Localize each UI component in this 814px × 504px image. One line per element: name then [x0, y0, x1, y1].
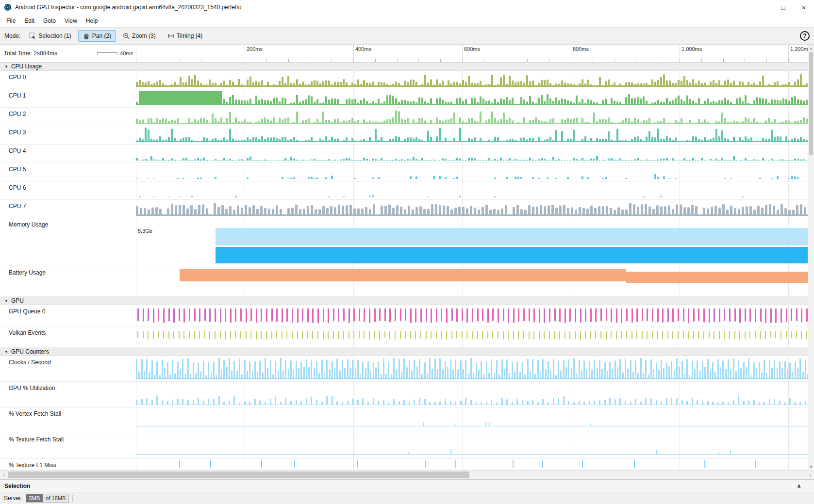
track-canvas[interactable]: [136, 163, 808, 180]
section-header-gpu[interactable]: ▼GPU: [0, 297, 808, 305]
menu-view[interactable]: View: [60, 17, 82, 24]
maximize-button[interactable]: □: [773, 0, 794, 15]
ruler-minor-tick: [223, 59, 223, 62]
horizontal-scroll-thumb[interactable]: [8, 471, 469, 478]
pan-mode-button[interactable]: Pan (2): [78, 30, 116, 42]
menubar: File Edit Goto View Help: [0, 15, 814, 27]
track-chart-vertex-fetch-stall[interactable]: [136, 407, 808, 432]
section-header-gpu-counters[interactable]: ▼GPU Counters: [0, 348, 808, 356]
track-canvas[interactable]: [136, 382, 808, 406]
track-canvas[interactable]: [136, 89, 808, 107]
statusbar: Server: 5MB of 18MB: [0, 492, 814, 504]
ruler-minor-tick: [506, 59, 506, 62]
track-chart-gpu-queue-0[interactable]: [136, 305, 808, 325]
section-label: GPU: [11, 297, 24, 304]
track-canvas[interactable]: [136, 126, 808, 144]
track-label: CPU 6: [0, 181, 136, 199]
track-canvas[interactable]: [136, 218, 808, 265]
ruler-minor-tick: [180, 59, 180, 62]
track-canvas[interactable]: [136, 145, 808, 162]
app-icon: [4, 3, 12, 11]
menu-file[interactable]: File: [2, 17, 20, 24]
menu-edit[interactable]: Edit: [20, 17, 39, 24]
vertical-scrollbar[interactable]: ▲ ▼: [808, 45, 814, 470]
track-canvas[interactable]: [136, 200, 808, 217]
scroll-right-icon[interactable]: ›: [806, 471, 814, 479]
timing-mode-label: Timing (4): [177, 33, 203, 39]
ruler-minor-tick: [593, 59, 593, 62]
horizontal-scrollbar[interactable]: ‹ ›: [0, 470, 814, 479]
track-label: Clocks / Second: [0, 356, 136, 381]
track-row-cpu-0: CPU 0: [0, 71, 808, 89]
ruler-minor-tick: [527, 59, 528, 62]
track-canvas[interactable]: [136, 326, 808, 347]
track-chart-cpu-4[interactable]: [136, 145, 808, 162]
track-chart-cpu-2[interactable]: [136, 108, 808, 125]
track-chart-memory-usage[interactable]: 5.3Gb: [136, 218, 808, 265]
section-header-cpu-usage[interactable]: ▼CPU Usage: [0, 63, 808, 71]
track-canvas[interactable]: [136, 71, 808, 88]
track-label: CPU 2: [0, 108, 136, 126]
track-chart-vulkan-events[interactable]: [136, 326, 808, 347]
timeline-ruler[interactable]: Total Time: 2s084ms 40ms 200ms400ms600ms…: [0, 45, 808, 63]
track-chart-battery-usage[interactable]: [136, 266, 808, 296]
section-label: CPU Usage: [11, 63, 42, 70]
track-canvas[interactable]: [136, 356, 808, 381]
track-chart-clocks-second[interactable]: [136, 356, 808, 381]
scroll-down-icon[interactable]: ▼: [808, 463, 814, 470]
collapse-triangle-icon[interactable]: ▼: [4, 299, 8, 303]
ruler-minor-tick: [788, 59, 789, 62]
vertical-scroll-thumb[interactable]: [809, 52, 813, 155]
chevron-up-icon[interactable]: ∧: [797, 483, 801, 489]
ruler-minor-tick: [310, 59, 310, 62]
zoom-mode-button[interactable]: Zoom (3): [118, 30, 161, 42]
track-canvas[interactable]: [136, 407, 808, 432]
track-row-cpu-3: CPU 3: [0, 126, 808, 145]
minimize-button[interactable]: –: [753, 0, 773, 15]
selection-mode-button[interactable]: Selection (1): [24, 30, 76, 42]
titlebar[interactable]: Android GPU Inspector - com.google.andro…: [0, 0, 814, 15]
track-canvas[interactable]: [136, 459, 808, 469]
selection-panel-header[interactable]: Selection ∧: [0, 479, 814, 492]
toolbar: Mode: Selection (1): [0, 27, 814, 45]
track-canvas[interactable]: [136, 181, 808, 199]
collapse-triangle-icon[interactable]: ▼: [4, 350, 8, 354]
track-chart-cpu-0[interactable]: [136, 71, 808, 88]
track-chart-cpu-5[interactable]: [136, 163, 808, 180]
server-label: Server:: [4, 495, 23, 502]
scroll-up-icon[interactable]: ▲: [808, 45, 814, 51]
collapse-triangle-icon[interactable]: ▼: [4, 65, 8, 69]
menu-help[interactable]: Help: [82, 17, 102, 24]
server-memory-used: 5MB: [26, 494, 43, 502]
track-canvas[interactable]: [136, 108, 808, 125]
help-icon[interactable]: ?: [800, 31, 810, 41]
track-row-texture-l1-miss: % Texture L1 Miss: [0, 459, 808, 470]
scroll-left-icon[interactable]: ‹: [0, 471, 8, 479]
close-button[interactable]: ×: [794, 0, 814, 15]
ruler-minor-tick: [418, 59, 419, 62]
track-chart-cpu-7[interactable]: [136, 200, 808, 217]
track-chart-cpu-6[interactable]: [136, 181, 808, 199]
track-canvas[interactable]: [136, 433, 808, 458]
track-label: CPU 3: [0, 126, 136, 144]
timing-icon: [167, 33, 174, 39]
ruler-minor-tick: [571, 59, 571, 62]
track-chart-texture-l1-miss[interactable]: [136, 459, 808, 469]
track-row-cpu-2: CPU 2: [0, 108, 808, 126]
track-chart-texture-fetch-stall[interactable]: [136, 433, 808, 458]
track-chart-cpu-3[interactable]: [136, 126, 808, 144]
track-chart-gpu-utilization[interactable]: [136, 382, 808, 406]
menu-goto[interactable]: Goto: [39, 17, 60, 24]
ruler-minor-tick: [201, 59, 201, 62]
ruler-minor-tick: [375, 59, 376, 62]
track-row-cpu-7: CPU 7: [0, 200, 808, 218]
ruler-tick-label: 600ms: [464, 46, 480, 52]
track-chart-cpu-1[interactable]: [136, 89, 808, 107]
track-canvas[interactable]: [136, 266, 808, 296]
track-label: CPU 1: [0, 89, 136, 107]
timing-mode-button[interactable]: Timing (4): [163, 30, 208, 42]
track-label: Vulkan Events: [0, 326, 136, 347]
track-canvas[interactable]: [136, 305, 808, 325]
ruler-tick-label: 1,200ms: [790, 46, 808, 52]
track-row-vertex-fetch-stall: % Vertex Fetch Stall: [0, 407, 808, 433]
